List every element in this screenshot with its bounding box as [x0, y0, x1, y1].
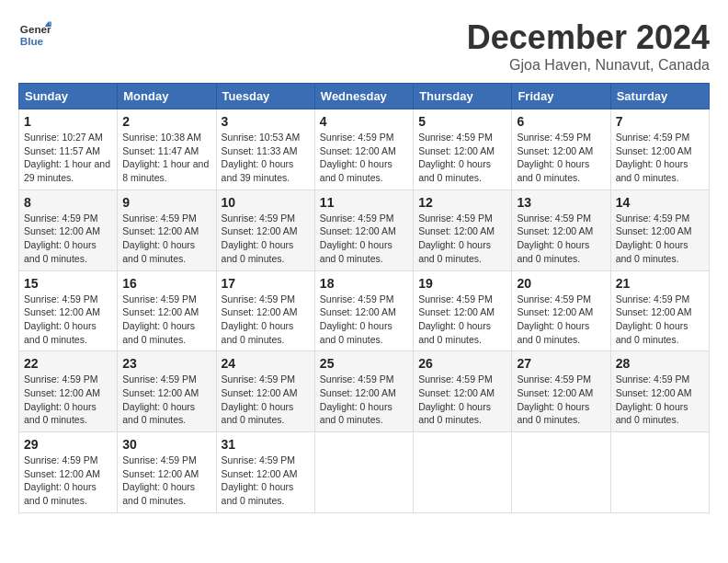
day-info: Sunrise: 4:59 PMSunset: 12:00 AMDaylight…	[122, 454, 210, 508]
day-number: 22	[24, 356, 112, 371]
day-info: Sunrise: 10:27 AMSunset: 11:57 AMDayligh…	[24, 131, 112, 185]
calendar-cell	[512, 432, 610, 513]
calendar-cell: 29Sunrise: 4:59 PMSunset: 12:00 AMDaylig…	[19, 432, 118, 513]
day-info: Sunrise: 4:59 PMSunset: 12:00 AMDaylight…	[418, 212, 506, 266]
day-info: Sunrise: 4:59 PMSunset: 12:00 AMDaylight…	[320, 212, 408, 266]
day-number: 6	[517, 114, 605, 129]
day-info: Sunrise: 4:59 PMSunset: 12:00 AMDaylight…	[418, 131, 506, 185]
day-number: 10	[222, 195, 310, 210]
calendar-cell: 20Sunrise: 4:59 PMSunset: 12:00 AMDaylig…	[512, 270, 610, 351]
weekday-header-monday: Monday	[118, 84, 216, 109]
day-number: 18	[320, 276, 408, 291]
calendar-cell: 5Sunrise: 4:59 PMSunset: 12:00 AMDayligh…	[414, 109, 512, 190]
day-info: Sunrise: 4:59 PMSunset: 12:00 AMDaylight…	[24, 212, 112, 266]
day-info: Sunrise: 4:59 PMSunset: 12:00 AMDaylight…	[616, 373, 704, 427]
calendar-cell: 31Sunrise: 4:59 PMSunset: 12:00 AMDaylig…	[216, 432, 314, 513]
calendar-cell: 27Sunrise: 4:59 PMSunset: 12:00 AMDaylig…	[512, 351, 610, 432]
month-title: December 2024	[467, 18, 710, 57]
calendar-cell: 26Sunrise: 4:59 PMSunset: 12:00 AMDaylig…	[414, 351, 512, 432]
header: General Blue December 2024 Gjoa Haven, N…	[18, 18, 710, 74]
day-number: 14	[616, 195, 704, 210]
calendar-week-5: 29Sunrise: 4:59 PMSunset: 12:00 AMDaylig…	[19, 432, 710, 513]
calendar-cell: 25Sunrise: 4:59 PMSunset: 12:00 AMDaylig…	[314, 351, 413, 432]
day-info: Sunrise: 4:59 PMSunset: 12:00 AMDaylight…	[320, 293, 408, 347]
day-number: 8	[24, 195, 112, 210]
weekday-header-wednesday: Wednesday	[314, 84, 413, 109]
weekday-header-tuesday: Tuesday	[216, 84, 314, 109]
calendar-cell: 11Sunrise: 4:59 PMSunset: 12:00 AMDaylig…	[314, 190, 413, 270]
calendar-table: SundayMondayTuesdayWednesdayThursdayFrid…	[18, 83, 710, 513]
calendar-cell	[610, 432, 709, 513]
day-info: Sunrise: 4:59 PMSunset: 12:00 AMDaylight…	[222, 212, 310, 266]
day-info: Sunrise: 4:59 PMSunset: 12:00 AMDaylight…	[320, 131, 408, 185]
day-number: 31	[222, 437, 310, 452]
day-number: 30	[122, 437, 210, 452]
calendar-cell: 8Sunrise: 4:59 PMSunset: 12:00 AMDayligh…	[19, 190, 118, 270]
calendar-cell: 28Sunrise: 4:59 PMSunset: 12:00 AMDaylig…	[610, 351, 709, 432]
calendar-cell: 1Sunrise: 10:27 AMSunset: 11:57 AMDaylig…	[19, 109, 118, 190]
day-number: 26	[418, 356, 506, 371]
day-number: 19	[418, 276, 506, 291]
calendar-cell: 7Sunrise: 4:59 PMSunset: 12:00 AMDayligh…	[610, 109, 709, 190]
calendar-cell: 15Sunrise: 4:59 PMSunset: 12:00 AMDaylig…	[19, 270, 118, 351]
day-number: 3	[222, 114, 310, 129]
calendar-cell: 12Sunrise: 4:59 PMSunset: 12:00 AMDaylig…	[414, 190, 512, 270]
day-info: Sunrise: 4:59 PMSunset: 12:00 AMDaylight…	[517, 131, 605, 185]
calendar-cell: 2Sunrise: 10:38 AMSunset: 11:47 AMDaylig…	[118, 109, 216, 190]
calendar-cell: 22Sunrise: 4:59 PMSunset: 12:00 AMDaylig…	[19, 351, 118, 432]
logo-icon: General Blue	[18, 18, 51, 52]
day-number: 5	[418, 114, 506, 129]
calendar-cell: 4Sunrise: 4:59 PMSunset: 12:00 AMDayligh…	[314, 109, 413, 190]
day-info: Sunrise: 4:59 PMSunset: 12:00 AMDaylight…	[222, 293, 310, 347]
weekday-header-friday: Friday	[512, 84, 610, 109]
day-number: 2	[122, 114, 210, 129]
calendar-cell: 10Sunrise: 4:59 PMSunset: 12:00 AMDaylig…	[216, 190, 314, 270]
day-number: 24	[222, 356, 310, 371]
calendar-cell: 6Sunrise: 4:59 PMSunset: 12:00 AMDayligh…	[512, 109, 610, 190]
calendar-cell: 19Sunrise: 4:59 PMSunset: 12:00 AMDaylig…	[414, 270, 512, 351]
calendar-week-4: 22Sunrise: 4:59 PMSunset: 12:00 AMDaylig…	[19, 351, 710, 432]
day-info: Sunrise: 4:59 PMSunset: 12:00 AMDaylight…	[320, 373, 408, 427]
day-number: 27	[517, 356, 605, 371]
day-info: Sunrise: 10:53 AMSunset: 11:33 AMDayligh…	[222, 131, 310, 185]
calendar-cell: 21Sunrise: 4:59 PMSunset: 12:00 AMDaylig…	[610, 270, 709, 351]
day-number: 20	[517, 276, 605, 291]
day-info: Sunrise: 4:59 PMSunset: 12:00 AMDaylight…	[517, 293, 605, 347]
calendar-week-1: 1Sunrise: 10:27 AMSunset: 11:57 AMDaylig…	[19, 109, 710, 190]
calendar-cell: 14Sunrise: 4:59 PMSunset: 12:00 AMDaylig…	[610, 190, 709, 270]
day-info: Sunrise: 10:38 AMSunset: 11:47 AMDayligh…	[122, 131, 210, 185]
weekday-header-sunday: Sunday	[19, 84, 118, 109]
day-number: 7	[616, 114, 704, 129]
calendar-cell: 13Sunrise: 4:59 PMSunset: 12:00 AMDaylig…	[512, 190, 610, 270]
day-number: 9	[122, 195, 210, 210]
day-number: 4	[320, 114, 408, 129]
title-section: December 2024 Gjoa Haven, Nunavut, Canad…	[467, 18, 710, 74]
day-number: 29	[24, 437, 112, 452]
calendar-cell: 23Sunrise: 4:59 PMSunset: 12:00 AMDaylig…	[118, 351, 216, 432]
logo: General Blue	[18, 18, 51, 52]
day-number: 16	[122, 276, 210, 291]
page-container: General Blue December 2024 Gjoa Haven, N…	[18, 18, 710, 513]
day-number: 12	[418, 195, 506, 210]
day-number: 15	[24, 276, 112, 291]
calendar-cell: 30Sunrise: 4:59 PMSunset: 12:00 AMDaylig…	[118, 432, 216, 513]
calendar-cell: 17Sunrise: 4:59 PMSunset: 12:00 AMDaylig…	[216, 270, 314, 351]
calendar-cell: 24Sunrise: 4:59 PMSunset: 12:00 AMDaylig…	[216, 351, 314, 432]
weekday-header-saturday: Saturday	[610, 84, 709, 109]
calendar-week-2: 8Sunrise: 4:59 PMSunset: 12:00 AMDayligh…	[19, 190, 710, 270]
calendar-cell	[414, 432, 512, 513]
calendar-cell: 16Sunrise: 4:59 PMSunset: 12:00 AMDaylig…	[118, 270, 216, 351]
day-info: Sunrise: 4:59 PMSunset: 12:00 AMDaylight…	[122, 373, 210, 427]
svg-text:Blue: Blue	[20, 35, 44, 47]
day-info: Sunrise: 4:59 PMSunset: 12:00 AMDaylight…	[418, 373, 506, 427]
day-number: 21	[616, 276, 704, 291]
day-info: Sunrise: 4:59 PMSunset: 12:00 AMDaylight…	[24, 454, 112, 508]
day-number: 28	[616, 356, 704, 371]
calendar-cell: 9Sunrise: 4:59 PMSunset: 12:00 AMDayligh…	[118, 190, 216, 270]
day-info: Sunrise: 4:59 PMSunset: 12:00 AMDaylight…	[122, 212, 210, 266]
day-info: Sunrise: 4:59 PMSunset: 12:00 AMDaylight…	[122, 293, 210, 347]
day-number: 11	[320, 195, 408, 210]
day-info: Sunrise: 4:59 PMSunset: 12:00 AMDaylight…	[616, 293, 704, 347]
day-info: Sunrise: 4:59 PMSunset: 12:00 AMDaylight…	[24, 293, 112, 347]
day-info: Sunrise: 4:59 PMSunset: 12:00 AMDaylight…	[616, 131, 704, 185]
